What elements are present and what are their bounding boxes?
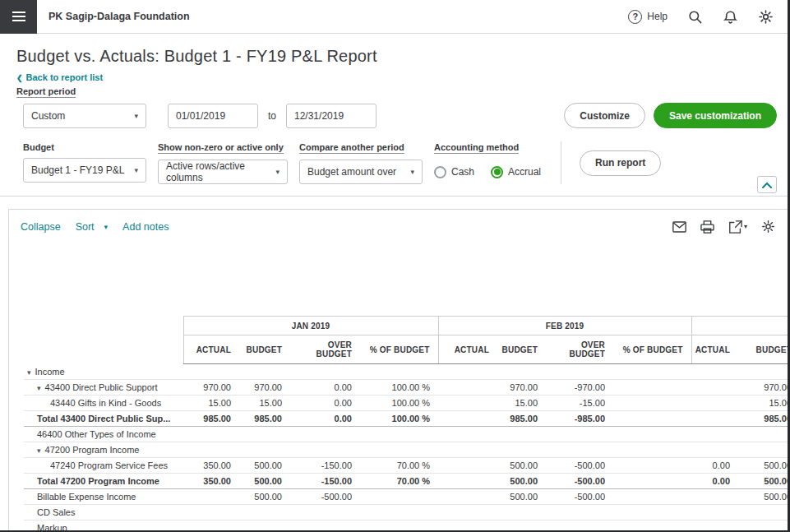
value-cell <box>438 442 497 458</box>
value-cell <box>613 364 691 380</box>
from-date-input[interactable] <box>168 104 258 128</box>
report-table-head: JAN 2019FEB 2019ACTUALBUDGETOVER BUDGET%… <box>24 317 790 364</box>
export-icon[interactable]: ▾ <box>728 220 747 234</box>
value-cell <box>738 505 790 520</box>
value-cell <box>360 427 438 442</box>
search-icon[interactable] <box>687 9 703 25</box>
report-period-select[interactable]: Custom ▾ <box>23 104 146 128</box>
row-label: Billable Expense Income <box>24 489 183 505</box>
chevron-left-icon <box>16 72 23 82</box>
value-cell <box>290 442 360 458</box>
to-date-input[interactable] <box>286 104 377 128</box>
value-cell <box>360 505 438 520</box>
radio-circle-icon[interactable] <box>434 166 446 178</box>
email-icon[interactable] <box>672 221 686 233</box>
table-row: 47240 Program Service Fees350.00500.00-1… <box>24 458 790 474</box>
help-label: Help <box>647 11 668 22</box>
accrual-radio[interactable]: Accrual <box>491 166 541 178</box>
value-cell <box>438 411 497 427</box>
value-cell: 0.00 <box>290 396 360 411</box>
expand-collapse-arrow-icon[interactable]: ▾ <box>27 368 31 377</box>
topbar-actions: ? Help <box>628 9 790 25</box>
report-period-label: Report period <box>16 86 76 98</box>
show-nonzero-select[interactable]: Active rows/active columns ▾ <box>158 160 288 184</box>
value-cell <box>438 489 497 505</box>
budget-select[interactable]: Budget 1 - FY19 P&L ▾ <box>23 158 146 183</box>
run-report-button[interactable]: Run report <box>580 150 661 176</box>
value-cell <box>613 396 691 411</box>
budget-vs-actuals-table: JAN 2019FEB 2019ACTUALBUDGETOVER BUDGET%… <box>24 316 790 532</box>
value-cell: 100.00 % <box>360 411 438 427</box>
filters-bottom-divider <box>0 196 790 197</box>
value-cell <box>613 427 691 442</box>
report-toolbar: Collapse Sort ▾ Add notes ▾ <box>9 210 790 240</box>
value-cell <box>613 411 691 427</box>
column-header: OVER BUDGET <box>290 335 360 364</box>
to-label: to <box>268 110 276 122</box>
compare-period-label: Compare another period <box>299 142 404 154</box>
value-cell <box>290 505 360 520</box>
row-label: 47240 Program Service Fees <box>24 458 183 474</box>
settings-gear-icon[interactable] <box>758 9 774 25</box>
save-customization-button[interactable]: Save customization <box>654 103 777 128</box>
row-label: Total 47200 Program Income <box>24 474 183 489</box>
report-settings-gear-icon[interactable] <box>761 220 775 234</box>
report-header-whitespace <box>9 240 790 316</box>
customize-button[interactable]: Customize <box>564 103 645 128</box>
value-cell <box>497 505 546 520</box>
row-label-expandable[interactable]: ▾47200 Program Income <box>24 442 183 458</box>
expand-collapse-arrow-icon[interactable]: ▾ <box>37 446 41 455</box>
value-cell <box>438 458 497 474</box>
value-cell: -500.00 <box>546 458 613 474</box>
value-cell <box>360 489 438 505</box>
accounting-method-group: Accounting method Cash Accrual <box>434 141 541 184</box>
value-cell: 970.00 <box>738 380 790 396</box>
value-cell <box>438 364 497 380</box>
row-label-expandable[interactable]: ▾Income <box>24 364 183 380</box>
table-row: ▾Income <box>24 364 790 380</box>
print-icon[interactable] <box>700 220 714 234</box>
notifications-bell-icon[interactable] <box>723 9 738 25</box>
value-cell: 15.00 <box>183 396 239 411</box>
help-button[interactable]: ? Help <box>628 10 668 24</box>
compare-period-select[interactable]: Budget amount over ▾ <box>299 160 423 184</box>
value-cell: 15.00 <box>738 396 790 411</box>
expand-collapse-arrow-icon[interactable]: ▾ <box>37 384 41 392</box>
row-label-expandable[interactable]: ▾43400 Direct Public Support <box>24 380 183 396</box>
value-cell: -150.00 <box>290 474 360 489</box>
report-table-body: ▾Income▾43400 Direct Public Support970.0… <box>24 364 790 532</box>
value-cell <box>613 505 691 520</box>
back-to-report-list-link[interactable]: Back to report list <box>16 72 103 82</box>
row-label: CD Sales <box>24 505 183 520</box>
value-cell: -15.00 <box>546 396 613 411</box>
value-cell <box>691 427 738 442</box>
value-cell <box>738 442 790 458</box>
add-notes-link[interactable]: Add notes <box>122 221 169 233</box>
value-cell <box>497 364 546 380</box>
value-cell <box>290 427 360 442</box>
value-cell: 100.00 % <box>360 380 438 396</box>
value-cell <box>438 505 497 520</box>
table-row: Billable Expense Income500.00-500.00500.… <box>24 489 790 505</box>
collapse-link[interactable]: Collapse <box>21 221 61 233</box>
radio-selected-icon[interactable] <box>491 166 503 178</box>
hamburger-menu-icon[interactable] <box>0 0 37 34</box>
page-title: Budget vs. Actuals: Budget 1 - FY19 P&L … <box>16 47 777 66</box>
column-header: % OF BUDGET <box>613 335 691 364</box>
report-period-row: Custom ▾ to Customize Save customization <box>0 103 790 128</box>
value-cell: -985.00 <box>546 411 613 427</box>
value-cell <box>691 505 738 520</box>
value-cell <box>183 427 239 442</box>
value-cell <box>183 442 239 458</box>
sort-dropdown[interactable]: Sort ▾ <box>76 221 108 233</box>
value-cell <box>290 364 360 380</box>
value-cell: -500.00 <box>546 489 613 505</box>
collapse-panel-button[interactable] <box>757 176 777 193</box>
value-cell <box>438 427 497 442</box>
chevron-down-icon: ▾ <box>744 223 747 230</box>
cash-radio[interactable]: Cash <box>434 166 474 178</box>
value-cell: 500.00 <box>497 474 546 489</box>
page-header: Budget vs. Actuals: Budget 1 - FY19 P&L … <box>0 34 790 98</box>
value-cell: 70.00 % <box>360 458 438 474</box>
company-name: PK Sagip-Dalaga Foundation <box>49 11 190 22</box>
